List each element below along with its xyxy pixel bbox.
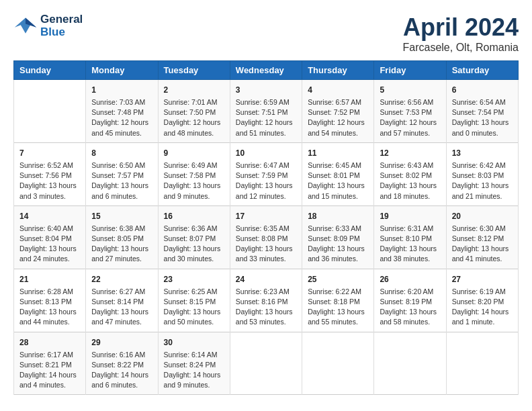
day-number: 14	[19, 210, 80, 222]
day-info: Sunrise: 6:14 AMSunset: 8:24 PMDaylight:…	[164, 350, 224, 391]
day-cell: 25Sunrise: 6:22 AMSunset: 8:18 PMDayligh…	[302, 269, 374, 332]
day-number: 9	[164, 147, 224, 159]
week-row-5: 28Sunrise: 6:17 AMSunset: 8:21 PMDayligh…	[14, 332, 519, 395]
day-cell: 11Sunrise: 6:45 AMSunset: 8:01 PMDayligh…	[302, 142, 374, 205]
day-cell	[230, 332, 302, 395]
header-cell-thursday: Thursday	[302, 61, 374, 80]
logo: General Blue	[13, 13, 83, 38]
day-cell: 17Sunrise: 6:35 AMSunset: 8:08 PMDayligh…	[230, 205, 302, 269]
day-info: Sunrise: 6:35 AMSunset: 8:08 PMDaylight:…	[236, 224, 296, 265]
day-number: 29	[91, 336, 152, 349]
day-number: 25	[308, 273, 368, 285]
day-info: Sunrise: 6:19 AMSunset: 8:20 PMDaylight:…	[452, 287, 513, 328]
day-cell: 9Sunrise: 6:49 AMSunset: 7:58 PMDaylight…	[158, 142, 230, 205]
logo-text: General Blue	[40, 13, 83, 38]
day-number: 3	[236, 84, 296, 96]
day-number: 17	[236, 210, 296, 222]
day-info: Sunrise: 6:30 AMSunset: 8:12 PMDaylight:…	[452, 224, 513, 265]
header-cell-monday: Monday	[86, 61, 158, 80]
day-number: 5	[380, 84, 440, 96]
week-row-4: 21Sunrise: 6:28 AMSunset: 8:13 PMDayligh…	[14, 269, 519, 332]
day-cell	[374, 332, 446, 395]
day-info: Sunrise: 6:42 AMSunset: 8:03 PMDaylight:…	[452, 161, 513, 201]
page-header: General Blue April 2024 Farcasele, Olt, …	[13, 13, 519, 54]
day-cell: 1Sunrise: 7:03 AMSunset: 7:48 PMDaylight…	[86, 80, 158, 143]
header-cell-friday: Friday	[374, 61, 446, 80]
day-number: 10	[236, 147, 296, 159]
day-cell: 22Sunrise: 6:27 AMSunset: 8:14 PMDayligh…	[86, 269, 158, 332]
day-number: 11	[308, 147, 368, 159]
day-info: Sunrise: 6:54 AMSunset: 7:54 PMDaylight:…	[452, 97, 513, 138]
day-info: Sunrise: 6:31 AMSunset: 8:10 PMDaylight:…	[380, 224, 440, 265]
day-info: Sunrise: 6:23 AMSunset: 8:16 PMDaylight:…	[236, 287, 296, 328]
day-cell: 15Sunrise: 6:38 AMSunset: 8:05 PMDayligh…	[86, 205, 158, 269]
day-info: Sunrise: 7:01 AMSunset: 7:50 PMDaylight:…	[164, 97, 224, 138]
day-info: Sunrise: 6:52 AMSunset: 7:56 PMDaylight:…	[19, 161, 80, 201]
day-cell: 3Sunrise: 6:59 AMSunset: 7:51 PMDaylight…	[230, 80, 302, 143]
day-number: 13	[452, 147, 513, 159]
location-title: Farcasele, Olt, Romania	[402, 42, 519, 54]
day-number: 2	[164, 84, 224, 96]
day-number: 4	[308, 84, 368, 96]
day-number: 8	[91, 147, 152, 159]
week-row-1: 1Sunrise: 7:03 AMSunset: 7:48 PMDaylight…	[14, 80, 519, 143]
day-cell: 20Sunrise: 6:30 AMSunset: 8:12 PMDayligh…	[446, 205, 518, 269]
day-info: Sunrise: 6:45 AMSunset: 8:01 PMDaylight:…	[308, 161, 368, 201]
day-number: 27	[452, 273, 513, 285]
day-cell: 27Sunrise: 6:19 AMSunset: 8:20 PMDayligh…	[446, 269, 518, 332]
day-cell: 19Sunrise: 6:31 AMSunset: 8:10 PMDayligh…	[374, 205, 446, 269]
day-number: 12	[380, 147, 440, 159]
day-cell: 8Sunrise: 6:50 AMSunset: 7:57 PMDaylight…	[86, 142, 158, 205]
day-cell: 21Sunrise: 6:28 AMSunset: 8:13 PMDayligh…	[14, 269, 86, 332]
header-cell-sunday: Sunday	[14, 61, 86, 80]
calendar-header: SundayMondayTuesdayWednesdayThursdayFrid…	[14, 61, 519, 80]
day-number: 6	[452, 84, 513, 96]
month-title: April 2024	[402, 13, 519, 42]
day-info: Sunrise: 6:57 AMSunset: 7:52 PMDaylight:…	[308, 97, 368, 138]
day-cell	[302, 332, 374, 395]
day-number: 30	[164, 336, 224, 349]
day-cell: 18Sunrise: 6:33 AMSunset: 8:09 PMDayligh…	[302, 205, 374, 269]
day-info: Sunrise: 6:59 AMSunset: 7:51 PMDaylight:…	[236, 97, 296, 138]
day-cell: 4Sunrise: 6:57 AMSunset: 7:52 PMDaylight…	[302, 80, 374, 143]
day-cell: 23Sunrise: 6:25 AMSunset: 8:15 PMDayligh…	[158, 269, 230, 332]
day-number: 28	[19, 336, 80, 349]
week-row-3: 14Sunrise: 6:40 AMSunset: 8:04 PMDayligh…	[14, 205, 519, 269]
day-cell: 24Sunrise: 6:23 AMSunset: 8:16 PMDayligh…	[230, 269, 302, 332]
header-cell-saturday: Saturday	[446, 61, 518, 80]
day-number: 1	[91, 84, 152, 96]
header-row: SundayMondayTuesdayWednesdayThursdayFrid…	[14, 61, 519, 80]
day-cell: 5Sunrise: 6:56 AMSunset: 7:53 PMDaylight…	[374, 80, 446, 143]
day-cell: 13Sunrise: 6:42 AMSunset: 8:03 PMDayligh…	[446, 142, 518, 205]
day-cell: 7Sunrise: 6:52 AMSunset: 7:56 PMDaylight…	[14, 142, 86, 205]
day-cell	[446, 332, 518, 395]
day-info: Sunrise: 6:50 AMSunset: 7:57 PMDaylight:…	[91, 161, 152, 201]
day-number: 15	[91, 210, 152, 222]
day-number: 16	[164, 210, 224, 222]
day-number: 24	[236, 273, 296, 285]
day-cell: 29Sunrise: 6:16 AMSunset: 8:22 PMDayligh…	[86, 332, 158, 395]
day-number: 18	[308, 210, 368, 222]
day-info: Sunrise: 7:03 AMSunset: 7:48 PMDaylight:…	[91, 97, 152, 138]
week-row-2: 7Sunrise: 6:52 AMSunset: 7:56 PMDaylight…	[14, 142, 519, 205]
day-info: Sunrise: 6:28 AMSunset: 8:13 PMDaylight:…	[19, 287, 80, 328]
day-info: Sunrise: 6:17 AMSunset: 8:21 PMDaylight:…	[19, 350, 80, 391]
day-info: Sunrise: 6:33 AMSunset: 8:09 PMDaylight:…	[308, 224, 368, 265]
day-info: Sunrise: 6:49 AMSunset: 7:58 PMDaylight:…	[164, 161, 224, 201]
day-cell: 12Sunrise: 6:43 AMSunset: 8:02 PMDayligh…	[374, 142, 446, 205]
day-cell: 28Sunrise: 6:17 AMSunset: 8:21 PMDayligh…	[14, 332, 86, 395]
calendar-body: 1Sunrise: 7:03 AMSunset: 7:48 PMDaylight…	[14, 80, 519, 395]
day-number: 7	[19, 147, 80, 159]
day-cell: 14Sunrise: 6:40 AMSunset: 8:04 PMDayligh…	[14, 205, 86, 269]
day-cell: 2Sunrise: 7:01 AMSunset: 7:50 PMDaylight…	[158, 80, 230, 143]
header-cell-tuesday: Tuesday	[158, 61, 230, 80]
day-cell: 26Sunrise: 6:20 AMSunset: 8:19 PMDayligh…	[374, 269, 446, 332]
day-cell: 10Sunrise: 6:47 AMSunset: 7:59 PMDayligh…	[230, 142, 302, 205]
day-cell: 6Sunrise: 6:54 AMSunset: 7:54 PMDaylight…	[446, 80, 518, 143]
title-block: April 2024 Farcasele, Olt, Romania	[402, 13, 519, 54]
day-cell	[14, 80, 86, 143]
day-info: Sunrise: 6:38 AMSunset: 8:05 PMDaylight:…	[91, 224, 152, 265]
day-number: 21	[19, 273, 80, 285]
day-number: 26	[380, 273, 440, 285]
day-info: Sunrise: 6:27 AMSunset: 8:14 PMDaylight:…	[91, 287, 152, 328]
